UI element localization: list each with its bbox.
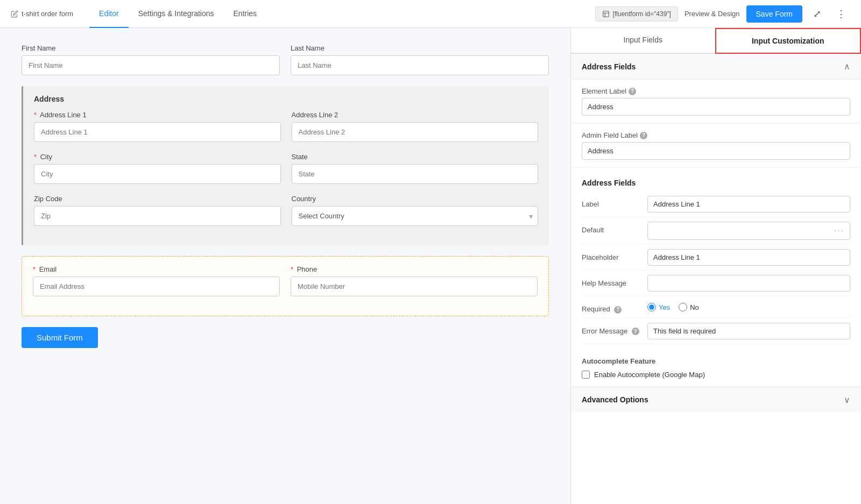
nav-tab-entries[interactable]: Entries	[224, 0, 267, 28]
element-label-help-icon[interactable]: ?	[629, 88, 636, 95]
address-block-title: Address	[34, 95, 538, 103]
autocomplete-label-text: Enable Autocomplete (Google Map)	[594, 371, 705, 379]
autocomplete-section: Autocomplete Feature Enable Autocomplete…	[571, 350, 861, 387]
tab-input-customization[interactable]: Input Customization	[715, 28, 862, 54]
nav-tab-editor[interactable]: Editor	[89, 0, 129, 28]
email-phone-row: * Email * Phone	[33, 265, 538, 296]
autocomplete-checkbox-label[interactable]: Enable Autocomplete (Google Map)	[582, 371, 850, 379]
sub-default-label: Default	[582, 222, 641, 234]
element-label-label: Element Label ?	[582, 87, 850, 95]
required-no-text: No	[690, 303, 699, 311]
sub-help-input[interactable]	[647, 275, 850, 292]
sub-help-label: Help Message	[582, 275, 641, 287]
required-star-city: *	[34, 153, 37, 161]
first-name-label: First Name	[22, 44, 280, 52]
tab-input-fields[interactable]: Input Fields	[571, 28, 715, 54]
required-yes-label[interactable]: Yes	[647, 303, 670, 311]
first-name-input[interactable]	[22, 55, 280, 75]
required-help-icon[interactable]: ?	[614, 306, 622, 314]
address-fields-sub-title: Address Fields	[582, 173, 850, 191]
sub-default-input[interactable]: ···	[647, 222, 850, 240]
city-input[interactable]	[34, 164, 281, 184]
sub-placeholder-input[interactable]	[647, 249, 850, 266]
sub-required-label: Required ?	[582, 301, 641, 314]
sub-required-row: Required ? Yes No	[582, 296, 850, 318]
form-title: t-shirt order form	[11, 10, 73, 18]
last-name-col: Last Name	[291, 44, 549, 75]
country-label: Country	[292, 195, 539, 203]
preview-design-button[interactable]: Preview & Design	[684, 10, 740, 18]
shortcode-text: [fluentform id="439"]	[613, 10, 671, 18]
form-area: First Name Last Name Address * Address L…	[0, 28, 570, 504]
fullscreen-button[interactable]: ⤢	[809, 6, 825, 22]
address-fields-title: Address Fields	[582, 62, 636, 71]
sub-error-label: Error Message ?	[582, 323, 641, 336]
nav-tab-settings[interactable]: Settings & Integrations	[129, 0, 224, 28]
state-col: State	[292, 153, 539, 184]
required-star-1: *	[34, 111, 37, 119]
required-star-phone: *	[291, 265, 293, 273]
layout-icon	[602, 10, 610, 18]
first-name-col: First Name	[22, 44, 280, 75]
sub-label-row: Label	[582, 191, 850, 217]
phone-label: * Phone	[291, 265, 538, 273]
sub-label-input[interactable]	[647, 196, 850, 212]
country-select[interactable]: Select Country	[292, 206, 539, 226]
more-options-button[interactable]: ⋮	[832, 6, 850, 22]
email-input[interactable]	[33, 276, 280, 296]
required-no-radio[interactable]	[679, 303, 687, 311]
required-star-email: *	[33, 265, 36, 273]
required-no-label[interactable]: No	[679, 303, 699, 311]
state-input[interactable]	[292, 164, 539, 184]
zip-col: Zip Code	[34, 195, 281, 226]
advanced-chevron-icon[interactable]: ∨	[844, 395, 850, 405]
top-nav: t-shirt order form Editor Settings & Int…	[0, 0, 861, 28]
address-line1-input[interactable]	[34, 122, 281, 142]
form-title-text: t-shirt order form	[22, 10, 73, 18]
city-state-row: * City State	[34, 153, 538, 184]
autocomplete-title: Autocomplete Feature	[582, 357, 850, 365]
sidebar-tabs: Input Fields Input Customization	[571, 28, 861, 54]
phone-input[interactable]	[291, 276, 538, 296]
email-col: * Email	[33, 265, 280, 296]
phone-col: * Phone	[291, 265, 538, 296]
email-label: * Email	[33, 265, 280, 273]
city-col: * City	[34, 153, 281, 184]
admin-field-label-input[interactable]	[582, 142, 850, 160]
last-name-label: Last Name	[291, 44, 549, 52]
sub-error-row: Error Message ?	[582, 318, 850, 344]
advanced-options-header[interactable]: Advanced Options ∨	[571, 387, 861, 413]
sub-label-label: Label	[582, 196, 641, 208]
sub-default-row: Default ···	[582, 217, 850, 245]
sub-error-input[interactable]	[647, 323, 850, 339]
zip-input[interactable]	[34, 206, 281, 226]
dots-icon: ···	[834, 226, 844, 236]
element-label-input[interactable]	[582, 98, 850, 116]
sub-placeholder-label: Placeholder	[582, 249, 641, 261]
address-fields-section-header: Address Fields ∧	[571, 54, 861, 80]
element-label-group: Element Label ?	[571, 80, 861, 124]
required-yes-radio[interactable]	[647, 303, 656, 311]
main-layout: First Name Last Name Address * Address L…	[0, 28, 861, 504]
admin-field-label-help-icon[interactable]: ?	[640, 132, 647, 139]
city-label: * City	[34, 153, 281, 161]
required-radio-group: Yes No	[647, 301, 699, 311]
address-line2-col: Address Line 2	[292, 111, 539, 142]
address-line1-col: * Address Line 1	[34, 111, 281, 142]
sidebar: Input Fields Input Customization Address…	[570, 28, 861, 504]
address-lines-row: * Address Line 1 Address Line 2	[34, 111, 538, 142]
address-line2-input[interactable]	[292, 122, 539, 142]
save-form-button[interactable]: Save Form	[746, 5, 802, 23]
zip-country-row: Zip Code Country Select Country	[34, 195, 538, 226]
nav-tabs: Editor Settings & Integrations Entries	[89, 0, 266, 28]
submit-button[interactable]: Submit Form	[22, 327, 98, 348]
address-line1-label: * Address Line 1	[34, 111, 281, 119]
last-name-input[interactable]	[291, 55, 549, 75]
error-help-icon[interactable]: ?	[632, 328, 639, 335]
address-line2-label: Address Line 2	[292, 111, 539, 119]
address-block: Address * Address Line 1 Address Line 2	[22, 86, 549, 245]
shortcode-button[interactable]: [fluentform id="439"]	[595, 6, 678, 22]
email-phone-block: * Email * Phone	[22, 256, 549, 316]
collapse-icon[interactable]: ∧	[844, 61, 850, 72]
autocomplete-checkbox[interactable]	[582, 371, 590, 379]
